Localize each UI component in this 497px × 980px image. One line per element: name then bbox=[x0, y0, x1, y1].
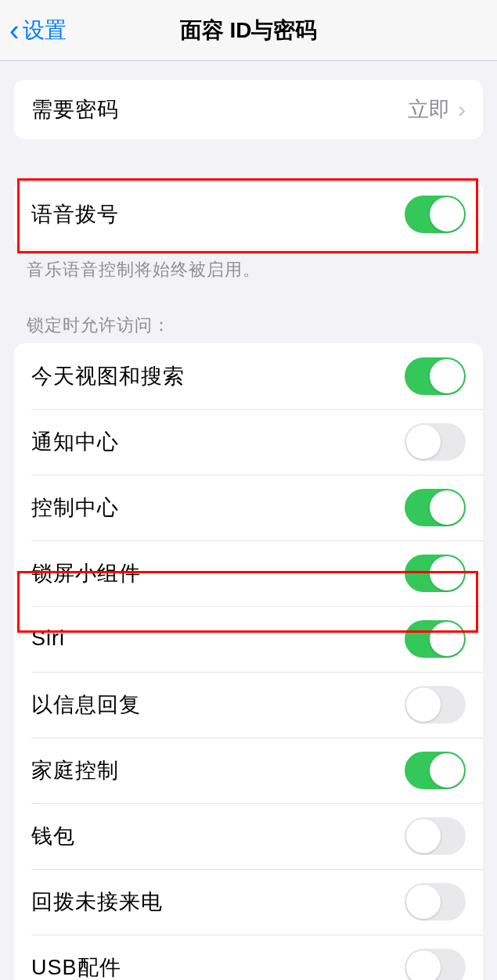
toggle-knob bbox=[430, 622, 464, 656]
lock-access-label: USB配件 bbox=[31, 953, 121, 980]
lock-access-row: 控制中心 bbox=[14, 475, 483, 540]
toggle-knob bbox=[406, 819, 441, 853]
lock-access-toggle[interactable] bbox=[405, 949, 466, 980]
lock-access-row: 今天视图和搜索 bbox=[14, 343, 483, 409]
lock-access-row: 通知中心 bbox=[14, 409, 483, 475]
require-passcode-label: 需要密码 bbox=[31, 95, 119, 124]
lock-access-row: 回拨未接来电 bbox=[14, 869, 483, 935]
page-title: 面容 ID与密码 bbox=[180, 16, 318, 45]
chevron-left-icon: ‹ bbox=[9, 16, 20, 45]
lock-access-label: 控制中心 bbox=[31, 494, 119, 522]
toggle-knob bbox=[430, 556, 464, 591]
toggle-knob bbox=[430, 753, 464, 788]
lock-access-label: 通知中心 bbox=[31, 428, 119, 456]
nav-header: ‹ 设置 面容 ID与密码 bbox=[0, 0, 497, 61]
lock-access-toggle[interactable] bbox=[405, 489, 466, 526]
lock-access-toggle[interactable] bbox=[405, 423, 466, 461]
lock-access-label: 家庭控制 bbox=[31, 756, 119, 784]
lock-access-row: 锁屏小组件 bbox=[14, 540, 483, 606]
lock-access-label: Siri bbox=[31, 626, 65, 651]
lock-access-row: 钱包 bbox=[14, 803, 483, 869]
lock-access-toggle[interactable] bbox=[405, 555, 466, 592]
toggle-knob bbox=[406, 687, 441, 722]
require-passcode-row[interactable]: 需要密码 立即 › bbox=[14, 80, 483, 139]
lock-access-toggle[interactable] bbox=[405, 752, 466, 789]
voice-dial-row: 语音拨号 bbox=[14, 180, 483, 249]
lock-access-toggle[interactable] bbox=[405, 883, 466, 921]
lock-access-row: 以信息回复 bbox=[14, 672, 483, 738]
require-passcode-value: 立即 bbox=[408, 95, 450, 124]
lock-access-toggle[interactable] bbox=[405, 817, 466, 855]
require-passcode-value-wrap: 立即 › bbox=[408, 95, 466, 124]
back-label: 设置 bbox=[23, 16, 67, 45]
toggle-knob bbox=[406, 425, 441, 459]
voice-dial-toggle[interactable] bbox=[405, 196, 466, 233]
lock-access-row: Siri bbox=[14, 606, 483, 672]
lock-access-label: 钱包 bbox=[31, 822, 75, 850]
voice-dial-label: 语音拨号 bbox=[31, 200, 119, 228]
chevron-right-icon: › bbox=[458, 98, 466, 121]
lock-access-label: 回拨未接来电 bbox=[31, 888, 163, 916]
lock-access-label: 以信息回复 bbox=[31, 691, 141, 719]
voice-dial-footer: 音乐语音控制将始终被启用。 bbox=[0, 249, 497, 282]
toggle-knob bbox=[406, 950, 441, 980]
lock-access-label: 今天视图和搜索 bbox=[31, 362, 185, 390]
toggle-knob bbox=[406, 885, 441, 919]
back-button[interactable]: ‹ 设置 bbox=[9, 16, 67, 45]
voice-dial-group: 语音拨号 bbox=[14, 180, 483, 249]
lock-access-label: 锁屏小组件 bbox=[31, 559, 141, 587]
lock-access-row: 家庭控制 bbox=[14, 738, 483, 803]
passcode-group: 需要密码 立即 › bbox=[14, 80, 483, 139]
toggle-knob bbox=[430, 490, 464, 525]
lock-access-toggle[interactable] bbox=[405, 357, 466, 395]
lock-access-toggle[interactable] bbox=[405, 686, 466, 723]
lock-access-group: 今天视图和搜索通知中心控制中心锁屏小组件Siri以信息回复家庭控制钱包回拨未接来… bbox=[14, 343, 483, 980]
lock-access-toggle[interactable] bbox=[405, 620, 466, 658]
lock-access-row: USB配件 bbox=[14, 935, 483, 980]
toggle-knob bbox=[430, 359, 464, 393]
lock-access-header: 锁定时允许访问： bbox=[0, 282, 497, 342]
toggle-knob bbox=[430, 197, 464, 232]
